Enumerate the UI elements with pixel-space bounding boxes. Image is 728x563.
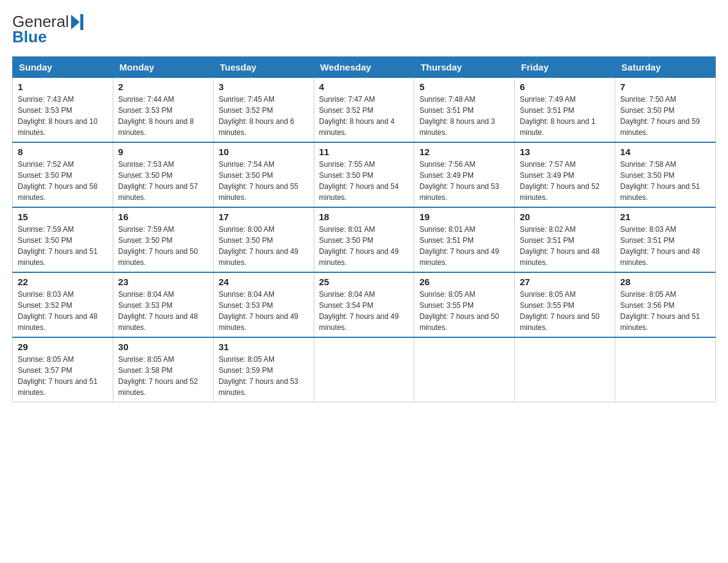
day-info: Sunrise: 8:04 AM Sunset: 3:53 PM Dayligh… bbox=[219, 289, 309, 333]
calendar-cell: 8 Sunrise: 7:52 AM Sunset: 3:50 PM Dayli… bbox=[13, 142, 113, 207]
logo: General Blue bbox=[12, 12, 83, 47]
day-info: Sunrise: 8:00 AM Sunset: 3:50 PM Dayligh… bbox=[219, 224, 309, 268]
calendar-cell: 5 Sunrise: 7:48 AM Sunset: 3:51 PM Dayli… bbox=[414, 78, 515, 143]
day-number: 2 bbox=[118, 82, 208, 92]
day-info: Sunrise: 8:05 AM Sunset: 3:56 PM Dayligh… bbox=[620, 289, 710, 333]
logo-blue-text: Blue bbox=[12, 28, 47, 47]
calendar-cell: 15 Sunrise: 7:59 AM Sunset: 3:50 PM Dayl… bbox=[13, 207, 113, 272]
day-info: Sunrise: 7:59 AM Sunset: 3:50 PM Dayligh… bbox=[118, 224, 208, 268]
calendar-cell: 1 Sunrise: 7:43 AM Sunset: 3:53 PM Dayli… bbox=[13, 78, 113, 143]
calendar-cell: 14 Sunrise: 7:58 AM Sunset: 3:50 PM Dayl… bbox=[615, 142, 716, 207]
calendar-cell: 4 Sunrise: 7:47 AM Sunset: 3:52 PM Dayli… bbox=[314, 78, 414, 143]
day-number: 29 bbox=[18, 342, 108, 352]
calendar-cell: 26 Sunrise: 8:05 AM Sunset: 3:55 PM Dayl… bbox=[414, 272, 515, 337]
calendar-cell: 12 Sunrise: 7:56 AM Sunset: 3:49 PM Dayl… bbox=[414, 142, 515, 207]
day-number: 27 bbox=[520, 277, 610, 287]
day-info: Sunrise: 7:59 AM Sunset: 3:50 PM Dayligh… bbox=[18, 224, 108, 268]
calendar-cell: 17 Sunrise: 8:00 AM Sunset: 3:50 PM Dayl… bbox=[213, 207, 314, 272]
day-number: 22 bbox=[18, 277, 108, 287]
calendar-cell bbox=[314, 337, 414, 402]
day-info: Sunrise: 7:58 AM Sunset: 3:50 PM Dayligh… bbox=[620, 159, 710, 203]
day-number: 10 bbox=[219, 147, 309, 157]
day-number: 25 bbox=[319, 277, 409, 287]
day-of-week-header: Saturday bbox=[615, 57, 716, 78]
day-number: 9 bbox=[118, 147, 208, 157]
calendar-cell: 16 Sunrise: 7:59 AM Sunset: 3:50 PM Dayl… bbox=[113, 207, 213, 272]
day-info: Sunrise: 8:03 AM Sunset: 3:52 PM Dayligh… bbox=[18, 289, 108, 333]
day-number: 15 bbox=[18, 212, 108, 222]
day-number: 16 bbox=[118, 212, 208, 222]
calendar-cell: 21 Sunrise: 8:03 AM Sunset: 3:51 PM Dayl… bbox=[615, 207, 716, 272]
day-number: 14 bbox=[620, 147, 710, 157]
day-of-week-header: Sunday bbox=[13, 57, 113, 78]
day-number: 30 bbox=[118, 342, 208, 352]
day-info: Sunrise: 7:50 AM Sunset: 3:50 PM Dayligh… bbox=[620, 94, 710, 138]
day-info: Sunrise: 8:01 AM Sunset: 3:51 PM Dayligh… bbox=[419, 224, 509, 268]
day-of-week-header: Wednesday bbox=[314, 57, 414, 78]
day-info: Sunrise: 8:05 AM Sunset: 3:58 PM Dayligh… bbox=[118, 354, 208, 398]
calendar-cell: 27 Sunrise: 8:05 AM Sunset: 3:55 PM Dayl… bbox=[515, 272, 615, 337]
day-of-week-header: Tuesday bbox=[213, 57, 314, 78]
calendar-cell: 18 Sunrise: 8:01 AM Sunset: 3:50 PM Dayl… bbox=[314, 207, 414, 272]
day-info: Sunrise: 8:02 AM Sunset: 3:51 PM Dayligh… bbox=[520, 224, 610, 268]
day-info: Sunrise: 8:04 AM Sunset: 3:53 PM Dayligh… bbox=[118, 289, 208, 333]
day-number: 20 bbox=[520, 212, 610, 222]
day-number: 23 bbox=[118, 277, 208, 287]
day-number: 5 bbox=[419, 82, 509, 92]
calendar-cell: 3 Sunrise: 7:45 AM Sunset: 3:52 PM Dayli… bbox=[213, 78, 314, 143]
day-of-week-header: Monday bbox=[113, 57, 213, 78]
calendar-cell bbox=[615, 337, 716, 402]
calendar-cell: 30 Sunrise: 8:05 AM Sunset: 3:58 PM Dayl… bbox=[113, 337, 213, 402]
day-number: 17 bbox=[219, 212, 309, 222]
calendar-cell bbox=[515, 337, 615, 402]
day-info: Sunrise: 7:52 AM Sunset: 3:50 PM Dayligh… bbox=[18, 159, 108, 203]
day-number: 8 bbox=[18, 147, 108, 157]
day-number: 12 bbox=[419, 147, 509, 157]
day-info: Sunrise: 8:01 AM Sunset: 3:50 PM Dayligh… bbox=[319, 224, 409, 268]
day-number: 28 bbox=[620, 277, 710, 287]
calendar-cell bbox=[414, 337, 515, 402]
day-number: 6 bbox=[520, 82, 610, 92]
calendar-cell: 9 Sunrise: 7:53 AM Sunset: 3:50 PM Dayli… bbox=[113, 142, 213, 207]
day-info: Sunrise: 8:05 AM Sunset: 3:59 PM Dayligh… bbox=[219, 354, 309, 398]
day-number: 11 bbox=[319, 147, 409, 157]
day-info: Sunrise: 7:53 AM Sunset: 3:50 PM Dayligh… bbox=[118, 159, 208, 203]
calendar-cell: 7 Sunrise: 7:50 AM Sunset: 3:50 PM Dayli… bbox=[615, 78, 716, 143]
calendar-cell: 2 Sunrise: 7:44 AM Sunset: 3:53 PM Dayli… bbox=[113, 78, 213, 143]
day-info: Sunrise: 8:05 AM Sunset: 3:55 PM Dayligh… bbox=[419, 289, 509, 333]
day-number: 18 bbox=[319, 212, 409, 222]
day-info: Sunrise: 7:45 AM Sunset: 3:52 PM Dayligh… bbox=[219, 94, 309, 138]
calendar-cell: 31 Sunrise: 8:05 AM Sunset: 3:59 PM Dayl… bbox=[213, 337, 314, 402]
day-number: 31 bbox=[219, 342, 309, 352]
calendar-cell: 23 Sunrise: 8:04 AM Sunset: 3:53 PM Dayl… bbox=[113, 272, 213, 337]
day-info: Sunrise: 7:56 AM Sunset: 3:49 PM Dayligh… bbox=[419, 159, 509, 203]
day-info: Sunrise: 7:47 AM Sunset: 3:52 PM Dayligh… bbox=[319, 94, 409, 138]
day-number: 13 bbox=[520, 147, 610, 157]
calendar-cell: 20 Sunrise: 8:02 AM Sunset: 3:51 PM Dayl… bbox=[515, 207, 615, 272]
calendar-cell: 6 Sunrise: 7:49 AM Sunset: 3:51 PM Dayli… bbox=[515, 78, 615, 143]
calendar-cell: 13 Sunrise: 7:57 AM Sunset: 3:49 PM Dayl… bbox=[515, 142, 615, 207]
day-number: 19 bbox=[419, 212, 509, 222]
day-info: Sunrise: 7:57 AM Sunset: 3:49 PM Dayligh… bbox=[520, 159, 610, 203]
day-info: Sunrise: 7:54 AM Sunset: 3:50 PM Dayligh… bbox=[219, 159, 309, 203]
calendar-cell: 10 Sunrise: 7:54 AM Sunset: 3:50 PM Dayl… bbox=[213, 142, 314, 207]
day-number: 24 bbox=[219, 277, 309, 287]
calendar-cell: 22 Sunrise: 8:03 AM Sunset: 3:52 PM Dayl… bbox=[13, 272, 113, 337]
day-info: Sunrise: 7:43 AM Sunset: 3:53 PM Dayligh… bbox=[18, 94, 108, 138]
day-number: 1 bbox=[18, 82, 108, 92]
day-number: 21 bbox=[620, 212, 710, 222]
calendar-cell: 19 Sunrise: 8:01 AM Sunset: 3:51 PM Dayl… bbox=[414, 207, 515, 272]
day-number: 3 bbox=[219, 82, 309, 92]
day-number: 7 bbox=[620, 82, 710, 92]
day-info: Sunrise: 7:55 AM Sunset: 3:50 PM Dayligh… bbox=[319, 159, 409, 203]
day-info: Sunrise: 8:05 AM Sunset: 3:57 PM Dayligh… bbox=[18, 354, 108, 398]
calendar-cell: 28 Sunrise: 8:05 AM Sunset: 3:56 PM Dayl… bbox=[615, 272, 716, 337]
calendar-table: SundayMondayTuesdayWednesdayThursdayFrid… bbox=[12, 56, 716, 402]
day-of-week-header: Friday bbox=[515, 57, 615, 78]
day-number: 26 bbox=[419, 277, 509, 287]
day-of-week-header: Thursday bbox=[414, 57, 515, 78]
day-info: Sunrise: 7:49 AM Sunset: 3:51 PM Dayligh… bbox=[520, 94, 610, 138]
day-info: Sunrise: 8:05 AM Sunset: 3:55 PM Dayligh… bbox=[520, 289, 610, 333]
day-info: Sunrise: 7:44 AM Sunset: 3:53 PM Dayligh… bbox=[118, 94, 208, 138]
calendar-cell: 29 Sunrise: 8:05 AM Sunset: 3:57 PM Dayl… bbox=[13, 337, 113, 402]
